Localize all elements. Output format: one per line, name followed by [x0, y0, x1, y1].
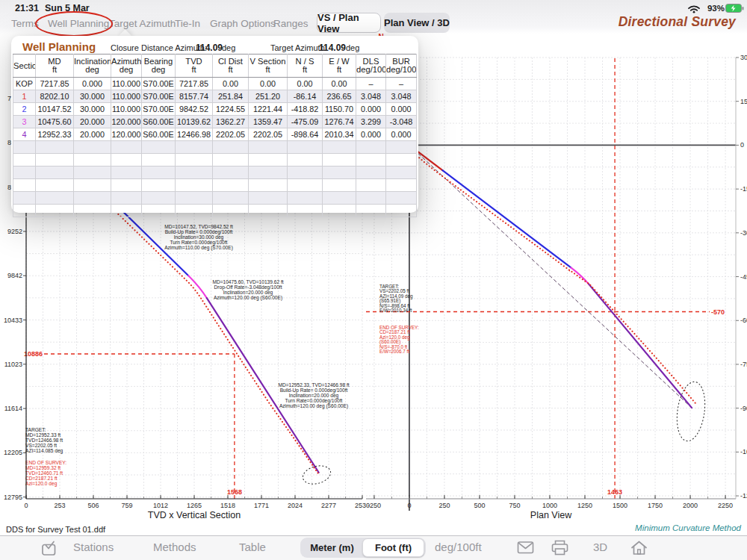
table-cell[interactable]: 110.000 [111, 90, 142, 103]
table-cell-empty[interactable] [213, 205, 249, 217]
table-cell[interactable]: S70.00E [142, 103, 176, 116]
table-cell[interactable]: S60.00E [142, 116, 176, 128]
table-cell[interactable]: 251.20 [249, 90, 288, 103]
table-cell-empty[interactable] [386, 141, 417, 154]
export-icon[interactable] [40, 540, 58, 557]
table-cell-empty[interactable] [36, 205, 74, 217]
table-cell-empty[interactable] [36, 179, 74, 192]
table-cell-empty[interactable] [111, 192, 142, 205]
table-cell-empty[interactable] [36, 192, 74, 205]
table-cell-empty[interactable] [288, 154, 323, 167]
table-cell[interactable]: -418.82 [288, 103, 323, 116]
table-cell[interactable]: 236.65 [323, 90, 356, 103]
table-cell-empty[interactable] [356, 141, 386, 154]
table-cell-empty[interactable] [142, 154, 176, 167]
table-cell[interactable]: 20.000 [74, 128, 111, 141]
table-cell[interactable]: S70.00E [142, 78, 176, 90]
table-cell[interactable]: 3.048 [386, 90, 417, 103]
table-cell[interactable]: 7217.85 [36, 78, 74, 90]
table-cell[interactable]: 30.000 [74, 90, 111, 103]
mail-icon[interactable] [517, 540, 535, 555]
section-label[interactable]: KOP [13, 78, 36, 90]
table-cell-empty[interactable] [111, 154, 142, 167]
unit-meter-segment[interactable]: Meter (m) [302, 539, 362, 556]
toolbar-3d[interactable]: 3D [593, 541, 607, 553]
table-cell[interactable]: – [356, 78, 386, 90]
table-cell[interactable]: -86.14 [288, 90, 323, 103]
table-cell[interactable]: 1276.74 [323, 116, 356, 128]
table-cell-empty[interactable] [142, 179, 176, 192]
table-cell-empty[interactable] [323, 192, 356, 205]
table-cell-empty[interactable] [176, 154, 213, 167]
table-cell[interactable]: 2202.05 [213, 128, 249, 141]
section-label[interactable]: 4 [13, 128, 36, 141]
table-cell-empty[interactable] [213, 154, 249, 167]
table-row-empty[interactable] [13, 192, 417, 205]
table-cell[interactable]: 120.000 [111, 116, 142, 128]
closure-azimuth-value[interactable]: 114.09 [196, 43, 223, 53]
table-cell-empty[interactable] [111, 205, 142, 217]
table-cell-empty[interactable] [176, 167, 213, 179]
table-cell[interactable]: 2202.05 [249, 128, 288, 141]
table-cell-empty[interactable] [111, 179, 142, 192]
table-cell-empty[interactable] [74, 192, 111, 205]
table-cell[interactable]: 0.00 [323, 78, 356, 90]
table-cell-empty[interactable] [356, 154, 386, 167]
table-cell-empty[interactable] [74, 205, 111, 217]
table-cell-empty[interactable] [356, 192, 386, 205]
toolbar-table[interactable]: Table [239, 541, 266, 553]
table-cell-empty[interactable] [74, 167, 111, 179]
table-cell[interactable]: 251.84 [213, 90, 249, 103]
toolbar-stations[interactable]: Stations [73, 541, 114, 553]
table-cell[interactable]: 7217.85 [176, 78, 213, 90]
section-label[interactable]: 3 [13, 116, 36, 128]
table-cell-empty[interactable] [288, 167, 323, 179]
menu-target-azimuth[interactable]: Target Azimuth [109, 18, 176, 29]
table-cell[interactable]: 1224.55 [213, 103, 249, 116]
table-cell-empty[interactable] [386, 205, 417, 217]
table-cell-empty[interactable] [142, 141, 176, 154]
table-cell-empty[interactable] [74, 141, 111, 154]
table-cell[interactable]: 1150.70 [323, 103, 356, 116]
table-cell-empty[interactable] [142, 205, 176, 217]
table-cell-empty[interactable] [13, 141, 36, 154]
table-cell-empty[interactable] [288, 205, 323, 217]
section-label[interactable]: 2 [13, 103, 36, 116]
menu-tie-in[interactable]: Tie-In [175, 18, 200, 29]
table-cell[interactable]: 8157.74 [176, 90, 213, 103]
table-cell[interactable]: 3.048 [356, 90, 386, 103]
table-cell-empty[interactable] [176, 141, 213, 154]
table-cell-empty[interactable] [323, 154, 356, 167]
target-azimuth-value[interactable]: 114.09 [319, 43, 346, 53]
table-cell-empty[interactable] [386, 154, 417, 167]
table-cell[interactable]: 1362.27 [213, 116, 249, 128]
table-cell[interactable]: 0.00 [249, 78, 288, 90]
table-cell-empty[interactable] [36, 154, 74, 167]
table-row-4[interactable]: 412952.3320.000120.000S60.00E12466.98220… [13, 128, 417, 141]
table-cell-empty[interactable] [356, 205, 386, 217]
table-cell[interactable]: 0.000 [356, 103, 386, 116]
table-cell[interactable]: 0.00 [288, 78, 323, 90]
table-cell-empty[interactable] [213, 167, 249, 179]
table-cell[interactable]: 0.000 [386, 128, 417, 141]
table-cell-empty[interactable] [74, 179, 111, 192]
table-cell[interactable]: 12466.98 [176, 128, 213, 141]
table-cell-empty[interactable] [176, 205, 213, 217]
table-cell-empty[interactable] [176, 192, 213, 205]
table-cell-empty[interactable] [249, 167, 288, 179]
table-cell-empty[interactable] [386, 192, 417, 205]
table-cell-empty[interactable] [36, 167, 74, 179]
table-cell-empty[interactable] [249, 205, 288, 217]
table-cell-empty[interactable] [13, 192, 36, 205]
table-cell[interactable]: 0.00 [213, 78, 249, 90]
table-cell[interactable]: 1221.44 [249, 103, 288, 116]
table-cell[interactable]: 110.000 [111, 78, 142, 90]
button-vs-plan-view[interactable]: VS / Plan View [317, 13, 381, 33]
table-cell[interactable]: 1359.47 [249, 116, 288, 128]
table-cell-empty[interactable] [13, 179, 36, 192]
table-cell[interactable]: -475.09 [288, 116, 323, 128]
table-cell[interactable]: 120.000 [111, 128, 142, 141]
table-cell[interactable]: 0.000 [386, 103, 417, 116]
table-row-3[interactable]: 310475.6020.000120.000S60.00E10139.62136… [13, 116, 417, 128]
table-cell[interactable]: 110.000 [111, 103, 142, 116]
